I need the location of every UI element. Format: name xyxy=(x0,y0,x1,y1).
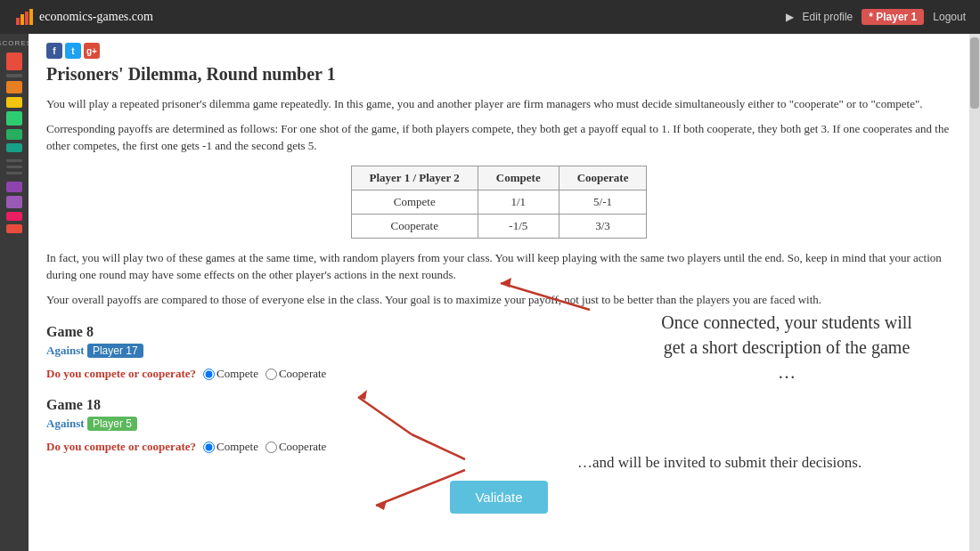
validate-button[interactable]: Validate xyxy=(450,481,547,514)
game-18-against: Against Player 5 xyxy=(46,417,951,431)
cell-c-coop: 5/-1 xyxy=(559,190,647,214)
cooperate-radio-8[interactable] xyxy=(265,369,277,380)
cooperate-label-18: Cooperate xyxy=(279,440,326,454)
cooperate-radio-18[interactable] xyxy=(265,442,277,453)
player-badge[interactable]: * Player 1 xyxy=(862,9,924,25)
top-navigation: economics-games.com ▶ Edit profile * Pla… xyxy=(0,0,980,34)
table-header-p1p2: Player 1 / Player 2 xyxy=(351,166,478,190)
game-8-against: Against Player 17 xyxy=(46,344,951,358)
site-logo: economics-games.com xyxy=(14,7,153,27)
compete-option-18[interactable]: Compete xyxy=(203,440,258,454)
table-row: Cooperate -1/5 3/3 xyxy=(351,214,647,238)
logout-link[interactable]: Logout xyxy=(933,11,966,23)
sidebar-dot xyxy=(6,74,22,77)
social-icons: f t g+ xyxy=(46,43,951,59)
svg-rect-3 xyxy=(29,9,33,25)
logo-icon xyxy=(14,7,34,27)
sidebar-bar xyxy=(6,212,22,221)
against-text-18: Against xyxy=(46,417,87,430)
compete-radio-18[interactable] xyxy=(203,442,215,453)
edit-profile-link[interactable]: Edit profile xyxy=(803,11,853,23)
sidebar-bar xyxy=(6,143,22,152)
game-18-decision-row: Do you compete or cooperate? Compete Coo… xyxy=(46,440,951,454)
compete-label-8: Compete xyxy=(216,367,258,381)
topnav-right: ▶ Edit profile * Player 1 Logout xyxy=(786,9,966,25)
player-tag-18: Player 5 xyxy=(87,417,137,431)
svg-rect-2 xyxy=(25,12,29,25)
radio-group-18: Compete Cooperate xyxy=(203,440,326,454)
svg-rect-1 xyxy=(20,14,24,25)
sidebar-bar xyxy=(6,182,22,192)
sidebar-bar xyxy=(6,97,22,108)
twitter-icon[interactable]: t xyxy=(65,43,81,59)
description-1: You will play a repeated prisoner's dile… xyxy=(46,95,951,113)
main-layout: SCORES f t g+ Prisoners' Dilemma, Round … xyxy=(0,34,980,551)
game-8-decision-row: Do you compete or cooperate? Compete Coo… xyxy=(46,367,951,381)
site-name: economics-games.com xyxy=(39,10,153,24)
cooperate-option-18[interactable]: Cooperate xyxy=(265,440,326,454)
sidebar-bar xyxy=(6,129,22,140)
decision-label-18: Do you compete or cooperate? xyxy=(46,440,196,454)
sidebar-bar xyxy=(6,224,22,233)
sidebar-bar xyxy=(6,196,22,208)
info-text-2: Your overall payoffs are compared to tho… xyxy=(46,291,951,309)
cooperate-option-8[interactable]: Cooperate xyxy=(265,367,326,381)
game-18-section: Game 18 Against Player 5 Do you compete … xyxy=(46,397,951,454)
game-8-title: Game 8 xyxy=(46,324,951,340)
sidebar-dot xyxy=(6,172,22,174)
description-2: Corresponding payoffs are determined as … xyxy=(46,120,951,155)
sidebar-bar xyxy=(6,53,22,70)
person-icon: ▶ xyxy=(786,11,794,24)
scores-label: SCORES xyxy=(0,39,32,47)
validate-wrapper: Validate xyxy=(46,481,951,514)
googleplus-icon[interactable]: g+ xyxy=(84,43,100,59)
cooperate-label-8: Cooperate xyxy=(279,367,326,381)
sidebar-bar xyxy=(6,81,22,93)
table-row: Compete 1/1 5/-1 xyxy=(351,190,647,214)
page-title: Prisoners' Dilemma, Round number 1 xyxy=(46,64,951,85)
table-header-cooperate: Cooperate xyxy=(559,166,647,190)
cell-cc: 1/1 xyxy=(478,190,559,214)
cell-coop-c: -1/5 xyxy=(478,214,559,238)
against-text-8: Against xyxy=(46,344,87,357)
game-18-title: Game 18 xyxy=(46,397,951,413)
annotation-text-2: …and will be invited to submit their dec… xyxy=(577,452,951,474)
row-label-compete: Compete xyxy=(351,190,478,214)
cell-coop-coop: 3/3 xyxy=(559,214,647,238)
table-header-compete: Compete xyxy=(478,166,559,190)
compete-radio-8[interactable] xyxy=(203,369,215,380)
payoff-table-wrapper: Player 1 / Player 2 Compete Cooperate Co… xyxy=(46,166,951,239)
svg-rect-0 xyxy=(16,18,20,25)
decision-label-8: Do you compete or cooperate? xyxy=(46,367,196,381)
sidebar-dot xyxy=(6,159,22,162)
payoff-table: Player 1 / Player 2 Compete Cooperate Co… xyxy=(351,166,648,239)
facebook-icon[interactable]: f xyxy=(46,43,62,59)
sidebar-bar xyxy=(6,111,22,126)
game-8-section: Game 8 Against Player 17 Do you compete … xyxy=(46,324,951,381)
compete-label-18: Compete xyxy=(216,440,258,454)
scrollbar[interactable] xyxy=(969,34,980,551)
scrollbar-thumb[interactable] xyxy=(970,37,979,109)
player-tag-8: Player 17 xyxy=(87,344,143,358)
compete-option-8[interactable]: Compete xyxy=(203,367,258,381)
sidebar: SCORES xyxy=(0,34,29,551)
radio-group-8: Compete Cooperate xyxy=(203,367,326,381)
info-text-1: In fact, you will play two of these game… xyxy=(46,249,951,284)
main-content: f t g+ Prisoners' Dilemma, Round number … xyxy=(29,34,969,551)
sidebar-dot xyxy=(6,166,22,168)
row-label-cooperate: Cooperate xyxy=(351,214,478,238)
